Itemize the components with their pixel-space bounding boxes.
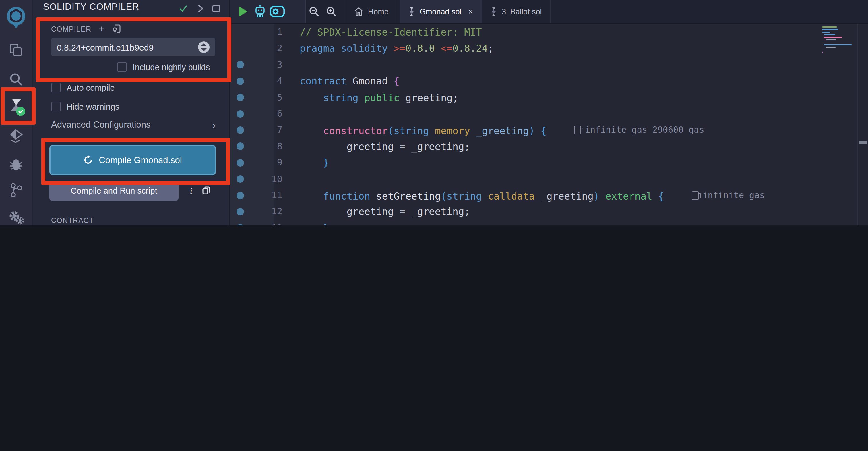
tab-home[interactable]: Home [346,0,397,23]
chevron-right-icon: › [212,118,215,131]
deploy-run-icon[interactable] [7,128,25,145]
code-editor[interactable]: 1234567891011121314151617 // SPDX-Licens… [229,24,868,225]
refresh-icon [83,155,93,165]
code-line [229,171,822,187]
compile-button[interactable]: Compile Gmonad.sol [50,145,216,175]
contract-section-label: CONTRACT [51,217,94,225]
gas-pump-icon [574,126,581,135]
compiled-check-icon [178,3,188,14]
code-line: constructor(string memory _greeting) {in… [229,122,822,138]
solidity-compiler-panel: SOLIDITY COMPILER COMPILER + 0.8.24+comm… [33,0,229,225]
panel-forward-icon[interactable] [195,3,206,14]
code-line: greeting = _greeting; [229,138,822,154]
activity-bar [0,0,33,225]
code-line: greeting = _greeting; [229,204,822,220]
zoom-in-icon[interactable] [322,3,340,20]
tab-3-ballot-sol[interactable]: 3_Ballot.sol [482,0,551,23]
compiler-section-label: COMPILER [51,25,91,33]
tab-gmonad-sol[interactable]: Gmonad.sol × [400,0,482,23]
remix-logo[interactable] [5,6,28,29]
solidity-compiler-icon[interactable] [6,96,26,117]
run-script-play-icon[interactable] [234,3,251,20]
copilot-toggle-icon[interactable] [269,3,286,20]
include-nightly-checkbox[interactable] [117,62,127,72]
advanced-configurations[interactable]: Advanced Configurations › [51,119,215,130]
solidity-file-icon [408,7,415,16]
debugger-icon[interactable] [7,156,25,173]
gas-estimate: infinite gas [692,187,765,204]
home-icon [354,7,363,16]
code-line: string public greeting; [229,89,822,106]
close-tab-icon[interactable]: × [468,7,473,16]
main-area: Home Gmonad.sol × 3_Ballot.sol [229,0,868,225]
plugin-manager-icon[interactable] [7,209,25,225]
code-line: function setGreeting(string calldata _gr… [229,187,822,204]
auto-compile-checkbox[interactable] [51,83,61,92]
file-explorer-icon[interactable] [7,41,25,59]
tab-bar: Home Gmonad.sol × 3_Ballot.sol [229,0,868,24]
select-stepper-icon [198,41,210,53]
compiler-version-value: 0.8.24+commit.e11b9ed9 [57,42,198,52]
git-icon[interactable] [7,181,25,199]
code-line: contract Gmonad { [229,73,822,89]
hide-warnings-row: Hide warnings [51,102,119,111]
hide-warnings-label: Hide warnings [67,102,119,111]
panel-title: SOLIDITY COMPILER [43,0,139,15]
auto-compile-label: Auto compile [67,83,115,92]
code-line: pragma solidity >=0.8.0 <=0.8.24; [229,40,822,57]
code-line [229,106,822,122]
nightly-builds-row: Include nightly builds [117,62,210,72]
compiler-version-select[interactable]: 0.8.24+commit.e11b9ed9 [51,38,215,56]
ai-robot-icon[interactable] [251,3,269,20]
gas-pump-icon [692,191,699,200]
license-file-icon[interactable] [112,24,121,33]
code-line: } [229,154,822,171]
pin-panel-icon[interactable] [211,3,221,14]
info-icon[interactable]: i [187,186,196,195]
gas-estimate: infinite gas 290600 gas [574,122,704,138]
zoom-out-icon[interactable] [305,3,322,20]
solidity-file-icon [490,7,497,16]
code-line: // SPDX-License-Identifier: MIT [229,24,822,40]
code-line [229,57,822,73]
scrollbar-thumb[interactable] [859,141,867,144]
remix-ide-window: SOLIDITY COMPILER COMPILER + 0.8.24+comm… [0,0,868,225]
include-nightly-label: Include nightly builds [133,62,210,72]
search-icon[interactable] [7,71,25,88]
copy-script-icon[interactable] [202,186,211,195]
compile-and-run-button[interactable]: Compile and Run script [50,181,179,200]
editor-toolbar [229,0,306,23]
auto-compile-row: Auto compile [51,83,115,92]
minimap[interactable] [822,26,858,54]
code-line: } [229,220,822,225]
hide-warnings-checkbox[interactable] [51,102,61,111]
add-compiler-icon[interactable]: + [97,25,106,34]
code-content: // SPDX-License-Identifier: MITpragma so… [229,24,822,225]
editor-scrollbar[interactable] [857,24,868,225]
